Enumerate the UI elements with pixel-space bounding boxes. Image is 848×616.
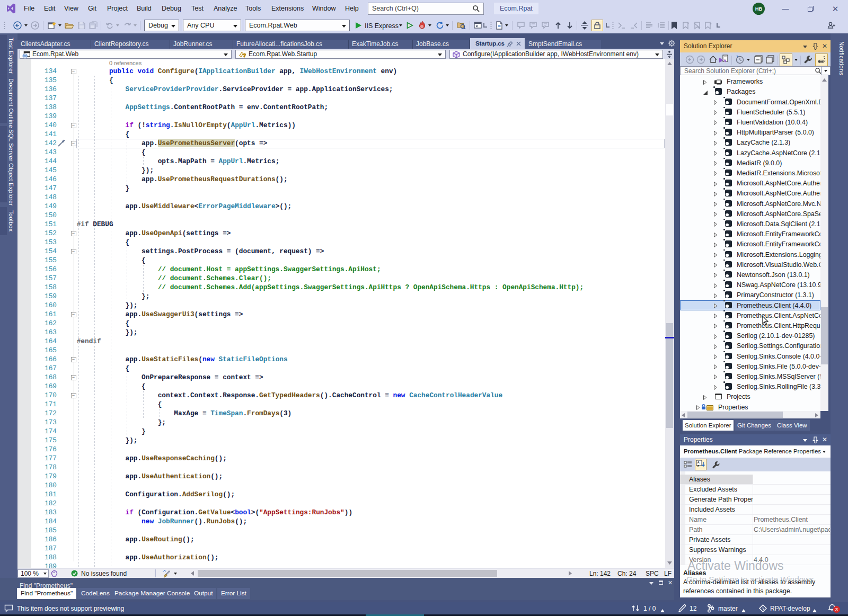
svg-text:Z: Z (697, 465, 700, 468)
svg-text:A: A (697, 461, 700, 464)
